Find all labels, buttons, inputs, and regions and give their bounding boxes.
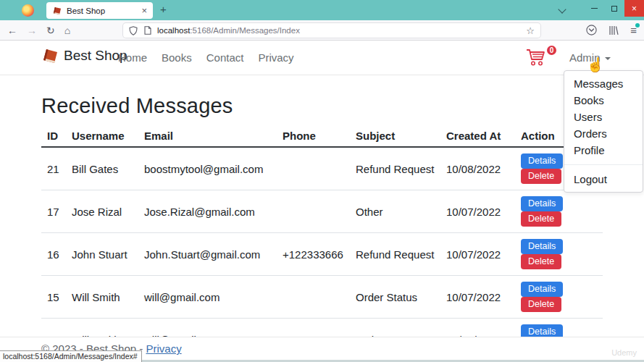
cell-phone: +122333666 [277, 233, 350, 276]
cell-email: boostmytool@gmail.com [138, 147, 277, 190]
browser-toolbar: ← → ↻ ⌂ localhost:5168/Admin/Messages/In… [0, 20, 644, 41]
cell-username: Bill Gates [66, 147, 138, 190]
messages-table: ID Username Email Phone Subject Created … [41, 126, 603, 361]
cell-id: 21 [41, 147, 66, 190]
menu-notification-dot [635, 23, 640, 28]
page-title: Received Messages [41, 94, 644, 118]
home-button[interactable]: ⌂ [64, 25, 70, 36]
header-phone: Phone [277, 126, 350, 147]
new-tab-button[interactable]: + [160, 3, 167, 15]
close-window-button[interactable]: × [624, 0, 644, 17]
watermark: Udemy [611, 348, 637, 357]
cell-id: 17 [41, 190, 66, 233]
cell-subject: Refund Request [350, 233, 440, 276]
table-row: 21 Bill Gates boostmytool@gmail.com Refu… [41, 147, 603, 190]
cart-button[interactable]: 0 [526, 49, 552, 69]
table-row: 16 John Stuart John.Stuart@gmail.com +12… [41, 233, 603, 276]
menu-item-users[interactable]: Users [564, 109, 643, 125]
nav-link-privacy[interactable]: Privacy [251, 51, 301, 64]
tab-title: Best Shop [67, 7, 141, 15]
delete-button[interactable]: Delete [521, 169, 561, 184]
maximize-button[interactable] [604, 0, 624, 17]
delete-button[interactable]: Delete [521, 254, 561, 269]
cart-count-badge: 0 [545, 44, 558, 56]
browser-tab-bar: Best Shop × + × [0, 0, 644, 20]
table-row: 15 Will Smith will@gmail.com Order Statu… [41, 276, 603, 319]
book-favicon-icon [52, 7, 62, 14]
cell-created-at: 10/08/2022 [440, 147, 515, 190]
menu-item-orders[interactable]: Orders [564, 125, 643, 142]
cell-phone [277, 276, 350, 319]
link-status-tooltip: localhost:5168/Admin/Messages/Index# [0, 350, 142, 362]
library-icon[interactable] [609, 25, 619, 35]
cell-created-at: 10/07/2022 [440, 276, 515, 319]
header-id: ID [41, 126, 66, 147]
header-username: Username [66, 126, 138, 147]
bookmark-star-icon[interactable]: ☆ [526, 25, 535, 36]
menu-item-books[interactable]: Books [564, 92, 643, 109]
details-button[interactable]: Details [521, 239, 563, 254]
minimize-button[interactable] [584, 0, 604, 17]
cell-subject: Refund Request [350, 147, 440, 190]
delete-button[interactable]: Delete [521, 297, 561, 312]
cell-created-at: 10/07/2022 [440, 190, 515, 233]
header-email: Email [138, 126, 277, 147]
footer-privacy-link[interactable]: Privacy [146, 342, 181, 355]
page-info-icon[interactable] [144, 26, 151, 35]
cell-email: John.Stuart@gmail.com [138, 233, 277, 276]
book-logo-icon [41, 49, 59, 64]
menu-button[interactable]: ≡ [630, 24, 637, 36]
cell-id: 16 [41, 233, 66, 276]
cart-icon [526, 49, 548, 67]
firefox-icon[interactable] [22, 4, 34, 17]
cell-actions: DetailsDelete [515, 276, 603, 319]
menu-item-profile[interactable]: Profile [564, 142, 643, 159]
admin-dropdown-menu: Messages Books Users Orders Profile Logo… [564, 70, 643, 193]
site-navbar: Best Shop Home Books Contact Privacy 0 A… [0, 41, 644, 75]
menu-item-messages[interactable]: Messages [564, 75, 643, 92]
menu-divider [564, 164, 643, 165]
cell-email: Jose.Rizal@gmail.com [138, 190, 277, 233]
tab-close-icon[interactable]: × [141, 6, 147, 15]
table-header-row: ID Username Email Phone Subject Created … [41, 126, 603, 147]
delete-button[interactable]: Delete [521, 211, 561, 227]
nav-link-contact[interactable]: Contact [199, 51, 251, 64]
reload-button[interactable]: ↻ [46, 25, 55, 36]
nav-link-books[interactable]: Books [154, 51, 199, 64]
cell-subject: Other [350, 190, 440, 233]
table-row: 17 Jose Rizal Jose.Rizal@gmail.com Other… [41, 190, 603, 233]
page-content: Received Messages ID Username Email Phon… [0, 75, 644, 362]
menu-item-logout[interactable]: Logout [564, 171, 643, 188]
cell-created-at: 10/07/2022 [440, 233, 515, 276]
back-button[interactable]: ← [7, 25, 17, 36]
cell-email: will@gmail.com [138, 276, 277, 319]
window-controls: × [584, 0, 644, 17]
pocket-icon[interactable] [586, 25, 597, 35]
cell-phone [277, 190, 350, 233]
url-text[interactable]: localhost:5168/Admin/Messages/Index [157, 26, 526, 35]
mouse-hand-cursor: ☝ [587, 56, 604, 73]
address-bar[interactable]: localhost:5168/Admin/Messages/Index ☆ [123, 23, 540, 38]
cell-phone [277, 147, 350, 190]
header-subject: Subject [350, 126, 440, 147]
browser-window: Best Shop × + × ← → ↻ ⌂ localhost:5168/A… [0, 0, 644, 362]
details-button[interactable]: Details [521, 282, 563, 297]
header-created-at: Created At [440, 126, 515, 147]
browser-tab[interactable]: Best Shop × [46, 2, 153, 19]
tab-list-chevron-icon[interactable] [558, 5, 566, 13]
cell-id: 15 [41, 276, 66, 319]
forward-button[interactable]: → [27, 25, 37, 36]
shield-icon[interactable] [129, 26, 138, 35]
details-button[interactable]: Details [521, 153, 563, 169]
cell-username: Will Smith [66, 276, 138, 319]
cell-actions: DetailsDelete [515, 190, 603, 233]
details-button[interactable]: Details [521, 196, 563, 211]
cell-username: Jose Rizal [66, 190, 138, 233]
nav-link-home[interactable]: Home [111, 51, 154, 64]
cell-actions: DetailsDelete [515, 233, 603, 276]
caret-down-icon [605, 57, 611, 60]
cell-subject: Order Status [350, 276, 440, 319]
cell-username: John Stuart [66, 233, 138, 276]
